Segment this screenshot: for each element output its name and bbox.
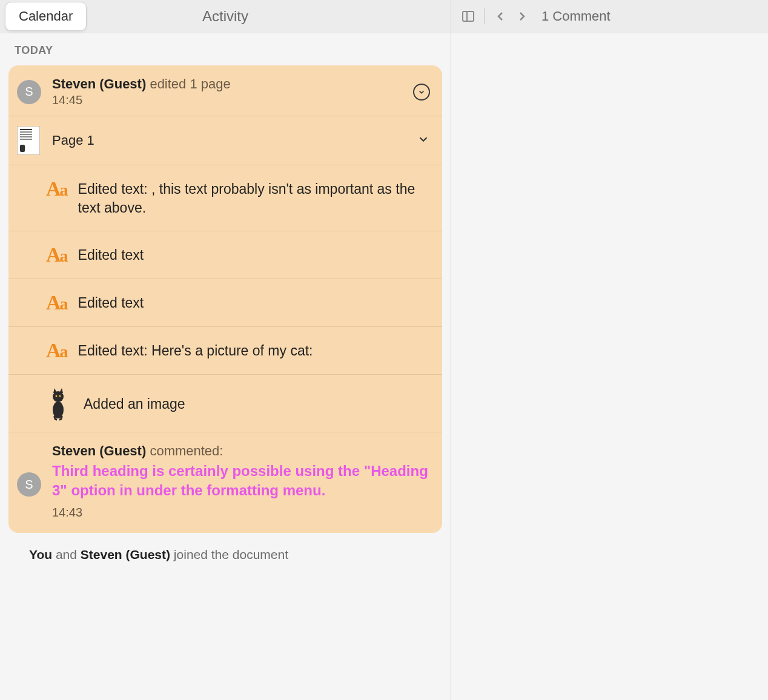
comment-text: Third heading is certainly possible usin… bbox=[52, 461, 430, 501]
text-edit-icon: Aa bbox=[46, 245, 67, 265]
page-thumbnail bbox=[17, 126, 40, 155]
chevron-down-icon bbox=[417, 133, 430, 146]
change-row[interactable]: Aa Edited text bbox=[8, 279, 442, 327]
activity-time: 14:45 bbox=[52, 93, 413, 107]
activity-author: Steven (Guest) bbox=[52, 76, 146, 91]
svg-point-4 bbox=[56, 395, 58, 397]
change-row[interactable]: Aa Edited text: , this text probably isn… bbox=[8, 165, 442, 231]
change-text: Edited text bbox=[78, 245, 144, 265]
avatar: S bbox=[17, 80, 41, 104]
section-today: TODAY bbox=[0, 33, 451, 65]
cat-image-icon bbox=[46, 386, 70, 421]
joined-you: You bbox=[29, 547, 52, 561]
tab-calendar[interactable]: Calendar bbox=[5, 2, 87, 31]
prev-comment-button[interactable] bbox=[492, 8, 509, 25]
panel-icon bbox=[461, 9, 475, 24]
joined-row: You and Steven (Guest) joined the docume… bbox=[0, 533, 451, 574]
comment-said: commented: bbox=[150, 443, 223, 458]
activity-card: S Steven (Guest) edited 1 page 14:45 Pag… bbox=[8, 65, 442, 533]
sidebar-toggle-button[interactable] bbox=[460, 8, 477, 25]
svg-rect-6 bbox=[463, 12, 474, 21]
image-added-row[interactable]: Added an image bbox=[8, 375, 442, 432]
svg-point-5 bbox=[59, 395, 61, 397]
tab-activity[interactable]: Activity bbox=[202, 8, 248, 25]
divider bbox=[484, 8, 485, 24]
change-text: Edited text: Here's a picture of my cat: bbox=[78, 340, 313, 360]
comments-panel: 1 Comment bbox=[451, 0, 768, 700]
page-label: Page 1 bbox=[52, 133, 417, 148]
change-text: Edited text: , this text probably isn't … bbox=[78, 179, 430, 217]
next-comment-button[interactable] bbox=[514, 8, 531, 25]
change-text: Edited text bbox=[78, 292, 144, 312]
comment-author: Steven (Guest) bbox=[52, 443, 146, 458]
comment-time: 14:43 bbox=[52, 506, 430, 520]
tab-bar: Calendar Activity bbox=[0, 0, 451, 33]
activity-action: edited 1 page bbox=[150, 76, 230, 91]
collapse-button[interactable] bbox=[413, 84, 430, 101]
change-row[interactable]: Aa Edited text: Here's a picture of my c… bbox=[8, 327, 442, 375]
svg-marker-3 bbox=[59, 388, 63, 393]
joined-other: Steven (Guest) bbox=[81, 547, 170, 561]
joined-rest: joined the document bbox=[170, 547, 288, 561]
chevron-left-icon bbox=[493, 9, 508, 24]
svg-point-0 bbox=[53, 401, 64, 418]
chevron-right-icon bbox=[515, 9, 529, 24]
svg-marker-2 bbox=[53, 388, 57, 393]
comment-block[interactable]: S Steven (Guest) commented: Third headin… bbox=[8, 432, 442, 533]
avatar: S bbox=[17, 472, 41, 497]
text-edit-icon: Aa bbox=[46, 292, 67, 313]
text-edit-icon: Aa bbox=[46, 179, 67, 199]
chevron-down-circle-icon bbox=[417, 88, 426, 96]
comment-count: 1 Comment bbox=[541, 8, 611, 24]
activity-header[interactable]: S Steven (Guest) edited 1 page 14:45 bbox=[8, 65, 442, 116]
change-row[interactable]: Aa Edited text bbox=[8, 231, 442, 279]
page-row[interactable]: Page 1 bbox=[8, 116, 442, 165]
page-expand[interactable] bbox=[417, 133, 430, 148]
image-added-text: Added an image bbox=[84, 394, 185, 414]
activity-panel: Calendar Activity TODAY S Steven (Guest)… bbox=[0, 0, 451, 700]
right-toolbar: 1 Comment bbox=[451, 0, 768, 33]
text-edit-icon: Aa bbox=[46, 340, 67, 361]
